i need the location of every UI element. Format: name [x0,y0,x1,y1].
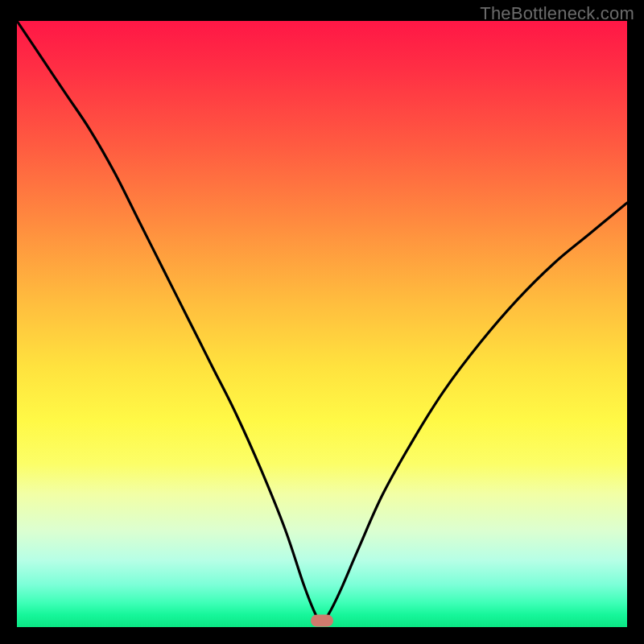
minimum-marker [311,615,333,627]
bottleneck-curve [17,21,627,627]
chart-stage: TheBottleneck.com [0,0,644,644]
watermark-text: TheBottleneck.com [480,3,634,24]
plot-area [17,21,627,627]
